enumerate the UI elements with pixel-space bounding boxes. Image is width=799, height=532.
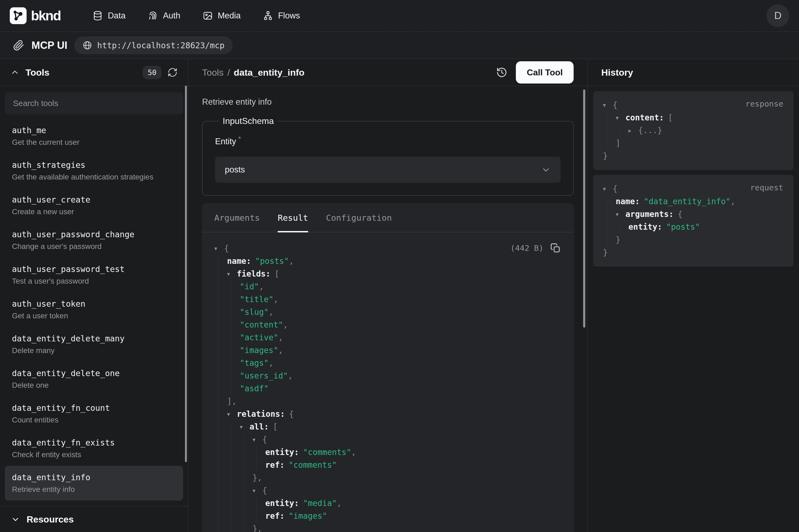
tab-arguments[interactable]: Arguments	[214, 204, 260, 232]
main-panel: Tools / data_entity_info Call Tool	[189, 59, 587, 532]
tab-configuration[interactable]: Configuration	[326, 204, 392, 232]
tab-result[interactable]: Result	[278, 204, 308, 232]
json-line: "id",	[214, 280, 562, 293]
history-card-badge: request	[750, 183, 783, 192]
result-size: (442 B)	[510, 244, 544, 253]
json-line: ▼arguments:{	[603, 208, 784, 221]
json-line[interactable]: ▼all:[	[214, 421, 562, 433]
json-line: "asdf"	[214, 382, 562, 395]
tool-detail-body: Retrieve entity info InputSchema Entity*…	[189, 86, 587, 532]
json-line: }	[603, 150, 784, 163]
chevron-down-icon	[541, 165, 551, 175]
tools-collapse-button[interactable]	[10, 68, 20, 77]
entity-select-value: posts	[225, 165, 245, 175]
sidebar-scrollbar[interactable]	[185, 86, 187, 462]
globe-icon	[82, 40, 92, 50]
nav-item-auth[interactable]: Auth	[148, 11, 180, 21]
tool-list-item[interactable]: auth_user_password_change Change a user'…	[5, 223, 183, 258]
history-card-badge: response	[745, 99, 783, 109]
tool-list-item-selected[interactable]: data_entity_info Retrieve entity info	[5, 466, 183, 500]
tool-list-item[interactable]: data_entity_fn_count Count entities	[5, 396, 183, 431]
json-line[interactable]: ▶{...}	[603, 124, 784, 137]
copy-json-button[interactable]	[550, 243, 561, 253]
content-row: Tools 50 a	[0, 59, 799, 532]
nav-item-data[interactable]: Data	[93, 11, 125, 21]
nav-label: Media	[218, 11, 241, 21]
tool-description: Retrieve entity info	[202, 97, 574, 107]
json-line: ],	[214, 395, 562, 408]
resources-title: Resources	[26, 514, 74, 525]
brand-text: bknd	[31, 8, 60, 24]
tool-list-item[interactable]: auth_user_create Create a new user	[5, 188, 183, 223]
json-line[interactable]: ▼{	[214, 433, 562, 446]
nav-item-flows[interactable]: Flows	[263, 11, 300, 21]
history-toggle-button[interactable]	[496, 66, 508, 78]
history-header: History	[588, 59, 799, 86]
breadcrumb-separator: /	[227, 67, 230, 78]
history-clock-icon	[496, 66, 508, 78]
json-line: entity:"comments",	[214, 446, 562, 459]
breadcrumb-root[interactable]: Tools	[202, 67, 224, 78]
tool-list-item[interactable]: auth_user_password_test Test a user's pa…	[5, 258, 183, 292]
json-line: name:"data_entity_info",	[603, 195, 784, 208]
result-card: Arguments Result Configuration (442 B)	[202, 203, 574, 532]
tools-list: auth_me Get the current user auth_strate…	[5, 119, 183, 500]
tab-row: Arguments Result Configuration	[202, 204, 573, 232]
search-tools-input[interactable]	[5, 92, 183, 114]
tool-list-item[interactable]: data_entity_delete_one Delete one	[5, 362, 183, 396]
tools-header: Tools 50	[0, 59, 188, 86]
main-scrollbar[interactable]	[583, 90, 585, 327]
refresh-icon	[167, 67, 178, 78]
tool-list-item[interactable]: data_entity_delete_many Delete many	[5, 327, 183, 362]
tools-title: Tools	[25, 67, 49, 78]
json-line: "users_id",	[214, 369, 562, 382]
history-response-card[interactable]: response ▼{ ▼content:[ ▶{...} ] }	[593, 91, 794, 170]
chevron-up-icon	[10, 68, 20, 77]
entity-select[interactable]: posts	[215, 157, 560, 183]
database-icon	[93, 11, 103, 21]
json-line: "active",	[214, 331, 562, 344]
json-line: entity:"media",	[214, 497, 562, 510]
json-line: "tags",	[214, 357, 562, 369]
image-icon	[203, 11, 213, 21]
chevron-down-icon	[11, 515, 20, 524]
history-panel: History response ▼{ ▼content:[ ▶{...} ] …	[587, 59, 799, 532]
json-line: }	[603, 233, 784, 246]
breadcrumb: Tools / data_entity_info	[202, 67, 305, 78]
top-nav: bknd Data	[0, 0, 799, 32]
json-line: }	[603, 246, 784, 259]
result-meta: (442 B)	[510, 243, 561, 253]
json-line[interactable]: ▼{	[214, 242, 562, 255]
tool-list-item[interactable]: auth_strategies Get the available authen…	[5, 153, 183, 188]
json-line[interactable]: ▼fields:[	[214, 268, 562, 280]
mcp-logo-icon	[13, 40, 24, 51]
app-root: bknd Data	[0, 0, 799, 532]
tools-list-scroll-area: auth_me Get the current user auth_strate…	[0, 86, 188, 506]
json-line: "content",	[214, 319, 562, 331]
main-nav: Data Auth	[93, 11, 300, 21]
nav-item-media[interactable]: Media	[203, 11, 241, 21]
main-header: Tools / data_entity_info Call Tool	[189, 59, 587, 86]
bknd-logo[interactable]: bknd	[10, 7, 60, 24]
json-line[interactable]: ▼relations:{	[214, 408, 562, 421]
bknd-logo-icon	[10, 7, 26, 24]
breadcrumb-current: data_entity_info	[234, 67, 305, 78]
tool-list-item[interactable]: auth_user_token Get a user token	[5, 292, 183, 327]
entity-field-label: Entity*	[215, 135, 560, 147]
user-avatar[interactable]: D	[766, 4, 789, 27]
refresh-tools-button[interactable]	[167, 67, 178, 78]
result-json-viewer: (442 B) ▼{ name:"p	[202, 232, 573, 532]
history-request-card[interactable]: request ▼{ name:"data_entity_info", ▼arg…	[593, 175, 794, 267]
required-asterisk: *	[239, 135, 241, 143]
tools-count-badge: 50	[142, 66, 161, 79]
json-line: ▼content:[	[603, 111, 784, 124]
avatar-initial: D	[774, 10, 782, 21]
call-tool-button[interactable]: Call Tool	[516, 61, 574, 83]
mcp-url-pill[interactable]: http://localhost:28623/mcp	[74, 36, 233, 54]
tool-list-item[interactable]: data_entity_fn_exists Check if entity ex…	[5, 431, 183, 466]
json-line[interactable]: ▼{	[214, 484, 562, 497]
fingerprint-icon	[148, 11, 158, 21]
tool-list-item[interactable]: auth_me Get the current user	[5, 119, 183, 153]
json-line: ]	[603, 137, 784, 150]
resources-section-header[interactable]: Resources	[0, 506, 188, 532]
